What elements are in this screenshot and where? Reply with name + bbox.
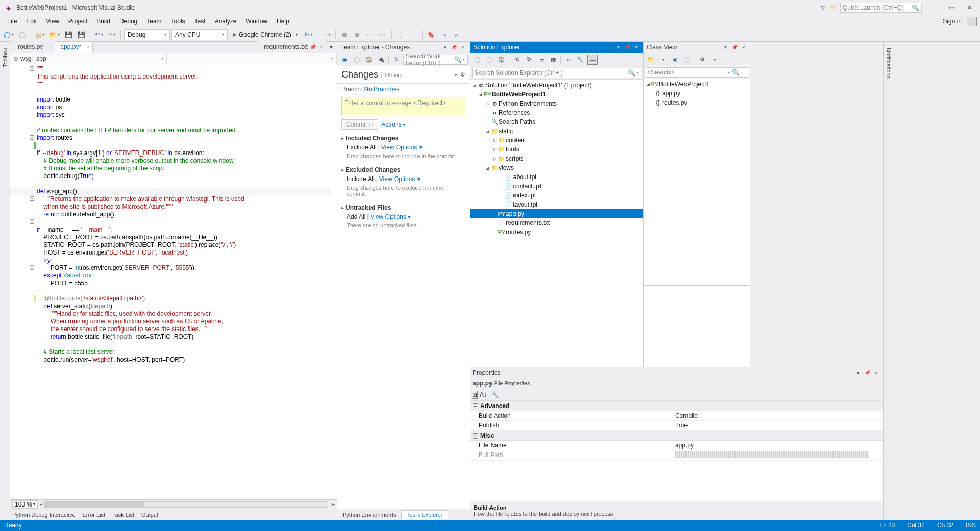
save-button[interactable]: 💾: [63, 29, 74, 40]
close-tab-icon[interactable]: ×: [87, 44, 90, 50]
platform-combo[interactable]: Any CPU▾: [172, 29, 228, 40]
se-prop-icon[interactable]: 🔧: [575, 55, 585, 65]
tab-routes[interactable]: routes.py: [12, 41, 55, 53]
tab-error-list[interactable]: Error List: [83, 512, 106, 518]
close-button[interactable]: ✕: [963, 3, 977, 13]
scroll-right-icon[interactable]: ▸: [332, 501, 335, 507]
commit-message-input[interactable]: Enter a commit message <Required>: [341, 97, 465, 115]
misc-tool-1[interactable]: ▭: [321, 29, 332, 40]
properties-grid[interactable]: −Advanced Build ActionCompile PublishTru…: [470, 401, 883, 501]
window-menu-icon[interactable]: ▾: [722, 44, 729, 51]
menu-file[interactable]: File: [3, 17, 21, 26]
menu-edit[interactable]: Edit: [22, 17, 41, 26]
te-settings-icon[interactable]: ⚙: [460, 71, 465, 78]
autohide-icon[interactable]: 📌: [624, 44, 631, 51]
se-sync-icon[interactable]: ⟲: [511, 55, 522, 65]
tab-python-debug[interactable]: Python Debug Interactive: [12, 512, 76, 518]
zoom-combo[interactable]: 100 %▾: [12, 500, 38, 509]
prop-build-action[interactable]: Build ActionCompile: [470, 411, 883, 421]
categorize-icon[interactable]: ⊞: [472, 391, 478, 399]
view-options-link[interactable]: View Options ▾: [381, 144, 422, 151]
actions-link[interactable]: Actions ▾: [381, 121, 405, 128]
nav-member-combo[interactable]: ▾: [167, 53, 337, 64]
tree-layout[interactable]: 📄layout.tpl: [470, 200, 643, 209]
cat-misc[interactable]: −Misc: [470, 431, 883, 441]
quick-launch-input[interactable]: Quick Launch (Ctrl+Q) 🔍: [840, 3, 922, 13]
step-over-button[interactable]: ⤵: [395, 29, 406, 40]
window-menu-icon[interactable]: ▾: [615, 44, 622, 51]
bookmark-button[interactable]: 🔖: [426, 29, 437, 40]
tree-app-selected[interactable]: PYapp.py: [470, 209, 643, 218]
menu-tools[interactable]: Tools: [167, 17, 189, 26]
tree-contact[interactable]: 📄contact.tpl: [470, 182, 643, 191]
tree-requirements[interactable]: 📄requirements.txt: [470, 218, 643, 227]
comment-button[interactable]: ▭: [364, 29, 376, 40]
bookmark-prev-button[interactable]: ◂: [438, 29, 450, 40]
sign-in-link[interactable]: Sign in: [939, 17, 966, 26]
nav-fwd-button[interactable]: ◯: [16, 29, 28, 40]
config-combo[interactable]: Debug▾: [124, 29, 170, 40]
cv-settings-icon[interactable]: ⚙: [697, 55, 707, 65]
tree-scripts[interactable]: ▷📁scripts: [470, 154, 643, 163]
autohide-icon[interactable]: 📌: [864, 369, 871, 376]
tree-views[interactable]: ◢📁views: [470, 163, 643, 172]
cv-fwd-icon[interactable]: ◯: [682, 55, 693, 65]
cv-newfolder-icon[interactable]: 📁: [646, 55, 656, 65]
menu-project[interactable]: Project: [64, 17, 91, 26]
cv-dd-icon[interactable]: ▾: [709, 55, 720, 65]
se-back-icon[interactable]: ◯: [472, 55, 482, 65]
menu-analyze[interactable]: Analyze: [211, 17, 241, 26]
menu-test[interactable]: Test: [190, 17, 210, 26]
step-into-button[interactable]: ⤷: [408, 29, 419, 40]
se-search-input[interactable]: Search Solution Explorer (Ctrl+;)🔍▾: [472, 68, 641, 78]
nav-back-button[interactable]: ◯: [2, 29, 15, 40]
tree-content[interactable]: ▷📁content: [470, 136, 643, 145]
cat-advanced[interactable]: −Advanced: [470, 401, 883, 411]
cv-project[interactable]: ◢PYBottleWebProject1: [645, 80, 749, 89]
menu-window[interactable]: Window: [241, 17, 272, 26]
se-home-icon[interactable]: 🏠: [497, 55, 507, 65]
tree-about[interactable]: 📄about.tpl: [470, 172, 643, 182]
view-options-link[interactable]: View Options ▾: [370, 213, 411, 220]
menu-build[interactable]: Build: [92, 17, 114, 26]
uncomment-button[interactable]: ▭: [377, 29, 388, 40]
tree-solution[interactable]: ◢⧉Solution 'BottleWebProject1' (1 projec…: [470, 81, 643, 90]
menu-debug[interactable]: Debug: [115, 17, 141, 26]
tab-py-env[interactable]: Python Environments: [337, 511, 401, 519]
solution-tree[interactable]: ◢⧉Solution 'BottleWebProject1' (1 projec…: [470, 80, 643, 367]
close-panel-icon[interactable]: ×: [459, 44, 467, 51]
save-all-button[interactable]: 💾: [76, 29, 87, 40]
branch-link[interactable]: No Branches: [364, 86, 399, 93]
tree-index[interactable]: 📄index.tpl: [470, 191, 643, 200]
untracked-section[interactable]: ▸Untracked Files: [337, 201, 470, 212]
notification-chevron-icon[interactable]: ▽: [821, 5, 825, 11]
toolbox-tab[interactable]: Toolbox: [2, 45, 8, 70]
close-tab-icon[interactable]: ×: [320, 44, 323, 50]
tab-output[interactable]: Output: [141, 512, 158, 518]
close-panel-icon[interactable]: ×: [873, 369, 880, 376]
tab-team-explorer[interactable]: Team Explorer: [401, 510, 449, 519]
se-showall-icon[interactable]: ▦: [548, 55, 558, 65]
tab-app-active[interactable]: app.py*×: [55, 41, 93, 53]
open-button[interactable]: 📂: [47, 29, 61, 40]
prop-publish[interactable]: PublishTrue: [470, 421, 883, 431]
te-connect-icon[interactable]: 🔌: [376, 55, 386, 65]
te-fwd-icon[interactable]: ◯: [352, 55, 362, 65]
tab-requirements[interactable]: requirements.txt📌×: [258, 41, 326, 53]
tree-pyenv[interactable]: ▷⚙Python Environments: [470, 99, 643, 108]
view-options-link[interactable]: View Options ▾: [379, 175, 420, 183]
user-avatar-icon[interactable]: [967, 17, 977, 26]
autohide-icon[interactable]: 📌: [450, 44, 457, 51]
tab-overflow-icon[interactable]: ▾: [326, 41, 337, 53]
undo-button[interactable]: ↶: [93, 29, 105, 40]
commit-button[interactable]: Commit▾: [341, 119, 378, 130]
nav-scope-combo[interactable]: ⊕wsgi_app▾: [10, 53, 167, 64]
prop-pages-icon[interactable]: 🔧: [492, 391, 499, 398]
menu-view[interactable]: View: [42, 17, 63, 26]
pin-icon[interactable]: 📌: [310, 44, 316, 50]
included-section[interactable]: ▸Included Changes: [337, 132, 470, 143]
cv-dd-icon[interactable]: ▾: [658, 55, 668, 65]
feedback-smiley-icon[interactable]: ☺: [829, 4, 836, 12]
close-panel-icon[interactable]: ×: [633, 44, 640, 51]
scroll-left-icon[interactable]: ◂: [40, 501, 42, 507]
